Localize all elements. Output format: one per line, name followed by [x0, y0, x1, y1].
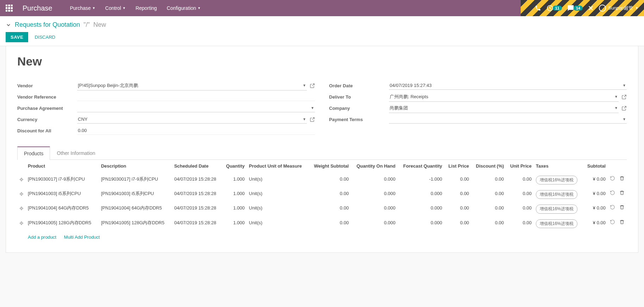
cell-unit-price[interactable]: 0.00 — [506, 187, 534, 202]
tab-other-information[interactable]: Other Information — [50, 146, 102, 159]
breadcrumb-active: New — [93, 21, 106, 29]
trash-icon[interactable] — [619, 176, 625, 181]
cell-description[interactable]: [PN19030017] i7-9系列CPU — [99, 173, 172, 187]
cell-qty-on-hand: 0.000 — [351, 173, 398, 187]
trash-icon[interactable] — [619, 190, 625, 195]
table-row[interactable]: ✥[PN19041003] i5系列CPU[PN19041003] i5系列CP… — [17, 187, 627, 202]
close-icon[interactable] — [588, 5, 594, 11]
cell-date[interactable]: 04/07/2019 15:28:28 — [172, 217, 222, 231]
table-row[interactable]: ✥[PN19030017] i7-9系列CPU[PN19030017] i7-9… — [17, 173, 627, 187]
cell-list-price: 0.00 — [444, 202, 471, 216]
company-select[interactable]: 尚鹏集团▼ — [389, 104, 619, 113]
cell-uom[interactable]: Unit(s) — [247, 187, 309, 202]
cell-qty[interactable]: 1.000 — [222, 187, 247, 202]
currency-select[interactable]: CNY▼ — [77, 115, 307, 124]
deliver-to-select[interactable]: 广州尚鹏: Receipts▼ — [389, 92, 619, 102]
cell-taxes[interactable]: 增值税16%进项税 — [534, 187, 583, 202]
cell-taxes[interactable]: 增值税16%进项税 — [534, 217, 583, 231]
multi-add-product-link[interactable]: Multi Add Product — [64, 234, 100, 240]
cell-date[interactable]: 04/07/2019 15:28:28 — [172, 202, 222, 216]
cell-unit-price[interactable]: 0.00 — [506, 202, 534, 216]
cell-taxes[interactable]: 增值税16%进项税 — [534, 202, 583, 216]
vendor-select[interactable]: [P!45]Sunpop Beijin-北京尚鹏 ▼ — [77, 81, 307, 90]
menu-control[interactable]: Control▼ — [102, 3, 129, 13]
drag-handle-icon[interactable]: ✥ — [19, 206, 24, 211]
cell-description[interactable]: [PN19041003] i5系列CPU — [99, 187, 172, 202]
external-link-icon[interactable] — [310, 83, 315, 88]
cell-unit-price[interactable]: 0.00 — [506, 173, 534, 187]
phone-icon[interactable] — [535, 5, 541, 11]
tab-products[interactable]: Products — [17, 146, 50, 160]
breadcrumb: Requests for Quotation "/" New — [6, 19, 638, 32]
breadcrumb-parent[interactable]: Requests for Quotation — [15, 21, 80, 29]
undo-icon[interactable] — [610, 219, 615, 225]
external-link-icon[interactable] — [621, 106, 627, 111]
cell-date[interactable]: 04/07/2019 15:28:28 — [172, 173, 222, 187]
cell-taxes[interactable]: 增值税16%进项税 — [534, 173, 583, 187]
action-buttons: SAVE DISCARD — [6, 32, 638, 46]
cell-product[interactable]: [PN19041004] 64G内存DDR5 — [26, 202, 99, 216]
discard-button[interactable]: DISCARD — [33, 32, 57, 42]
cell-forecast-qty: 0.000 — [397, 187, 444, 202]
form-left-column: Vendor [P!45]Sunpop Beijin-北京尚鹏 ▼ Vendor… — [17, 80, 315, 137]
cell-description[interactable]: [PN19041004] 64G内存DDR5 — [99, 202, 172, 216]
trash-icon[interactable] — [619, 205, 625, 210]
order-date-input[interactable]: 04/07/2019 15:27:43▼ — [389, 81, 627, 90]
activities-button[interactable]: 11 — [546, 4, 562, 12]
vendor-ref-input[interactable] — [77, 93, 315, 101]
external-link-icon[interactable] — [310, 117, 315, 122]
menu-reporting[interactable]: Reporting — [132, 3, 161, 13]
cell-product[interactable]: [PN19030017] i7-9系列CPU — [26, 173, 99, 187]
cell-qty-on-hand: 0.000 — [351, 217, 398, 231]
apps-icon[interactable] — [6, 5, 13, 12]
table-row[interactable]: ✥[PN19041004] 64G内存DDR5[PN19041004] 64G内… — [17, 202, 627, 216]
drag-handle-icon[interactable]: ✥ — [19, 220, 24, 226]
drag-handle-icon[interactable]: ✥ — [19, 177, 24, 182]
menu-control-label: Control — [105, 5, 121, 11]
products-table: Product Description Scheduled Date Quant… — [17, 160, 627, 244]
tax-pill: 增值税16%进项税 — [536, 190, 577, 199]
cell-product[interactable]: [PN19041003] i5系列CPU — [26, 187, 99, 202]
cell-discount[interactable]: 0.00 — [471, 187, 506, 202]
cell-product[interactable]: [PN19041005] 128G内存DDR5 — [26, 217, 99, 231]
discount-all-input[interactable]: 0.00 — [77, 126, 315, 135]
th-subtotal: Subtotal — [583, 160, 608, 173]
form-fields: Vendor [P!45]Sunpop Beijin-北京尚鹏 ▼ Vendor… — [17, 80, 627, 137]
menu-purchase[interactable]: Purchase▼ — [67, 3, 99, 13]
messages-button[interactable]: 14 — [567, 4, 583, 12]
payment-terms-select[interactable]: ▼ — [389, 115, 627, 124]
cell-qty[interactable]: 1.000 — [222, 217, 247, 231]
cell-weight-subtotal: 0.00 — [309, 187, 351, 202]
breadcrumb-back-icon[interactable] — [6, 22, 11, 28]
cell-unit-price[interactable]: 0.00 — [506, 217, 534, 231]
cell-uom[interactable]: Unit(s) — [247, 173, 309, 187]
cell-qty[interactable]: 1.000 — [222, 202, 247, 216]
cell-uom[interactable]: Unit(s) — [247, 202, 309, 216]
trash-icon[interactable] — [619, 219, 625, 225]
cell-discount[interactable]: 0.00 — [471, 173, 506, 187]
purchase-agreement-select[interactable]: ▼ — [77, 104, 315, 112]
undo-icon[interactable] — [610, 205, 615, 210]
cell-weight-subtotal: 0.00 — [309, 202, 351, 216]
undo-icon[interactable] — [610, 190, 615, 195]
user-menu[interactable]: Sunpop超管 ▼ — [599, 5, 638, 12]
add-product-link[interactable]: Add a product — [28, 234, 56, 240]
caret-down-icon: ▼ — [198, 6, 201, 10]
cell-list-price: 0.00 — [444, 173, 471, 187]
cell-weight-subtotal: 0.00 — [309, 173, 351, 187]
undo-icon[interactable] — [610, 176, 615, 181]
cell-uom[interactable]: Unit(s) — [247, 217, 309, 231]
drag-handle-icon[interactable]: ✥ — [19, 191, 24, 197]
menu-configuration[interactable]: Configuration▼ — [163, 3, 204, 13]
vendor-value: [P!45]Sunpop Beijin-北京尚鹏 — [78, 82, 138, 89]
external-link-icon[interactable] — [621, 94, 627, 100]
label-discount-all: Discount for All — [17, 128, 77, 133]
table-row[interactable]: ✥[PN19041005] 128G内存DDR5[PN19041005] 128… — [17, 217, 627, 231]
cell-description[interactable]: [PN19041005] 128G内存DDR5 — [99, 217, 172, 231]
field-row-company: Company 尚鹏集团▼ — [329, 103, 627, 113]
cell-date[interactable]: 04/07/2019 15:28:28 — [172, 187, 222, 202]
save-button[interactable]: SAVE — [6, 32, 28, 42]
cell-discount[interactable]: 0.00 — [471, 202, 506, 216]
cell-qty[interactable]: 1.000 — [222, 173, 247, 187]
cell-discount[interactable]: 0.00 — [471, 217, 506, 231]
